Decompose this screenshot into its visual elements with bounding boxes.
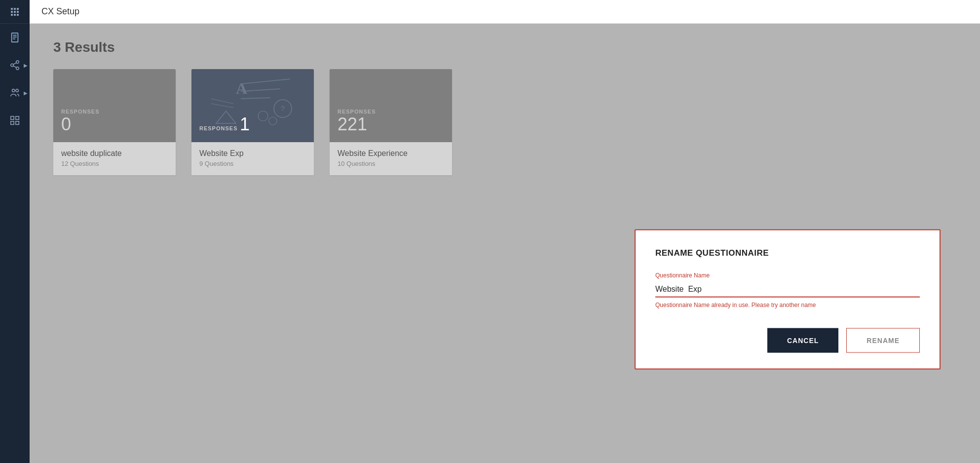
svg-point-6	[16, 67, 19, 70]
sidebar-item-share[interactable]: ▶	[0, 51, 30, 79]
sidebar: ▶ ▶	[0, 0, 30, 463]
rename-button[interactable]: RENAME	[846, 328, 920, 353]
responses-label-2: RESPONSES	[199, 125, 237, 131]
svg-rect-13	[11, 121, 14, 124]
grid-icon[interactable]	[11, 8, 19, 16]
rename-dialog: RENAME QUESTIONNAIRE Questionnaire Name …	[635, 230, 941, 370]
svg-rect-0	[12, 33, 18, 42]
questionnaire-name-input[interactable]	[655, 282, 920, 298]
main-area: CX Setup 3 Results RESPONSES 0 website d…	[30, 0, 980, 463]
modal-overlay: RENAME QUESTIONNAIRE Questionnaire Name …	[30, 24, 980, 463]
sidebar-item-team[interactable]: ▶	[0, 79, 30, 107]
svg-point-9	[12, 89, 15, 92]
top-header: CX Setup	[30, 0, 980, 24]
arrow-icon: ▶	[24, 63, 28, 68]
svg-rect-12	[16, 116, 19, 119]
svg-rect-11	[11, 116, 14, 119]
content-area: 3 Results RESPONSES 0 website duplicate …	[30, 24, 980, 463]
form-group: Questionnaire Name Questionnaire Name al…	[655, 272, 920, 309]
dialog-title: RENAME QUESTIONNAIRE	[655, 248, 920, 258]
sidebar-item-surveys[interactable]	[0, 24, 30, 51]
sidebar-item-widgets[interactable]	[0, 107, 30, 134]
form-error-message: Questionnaire Name already in use. Pleas…	[655, 302, 920, 309]
cancel-button[interactable]: CANCEL	[767, 328, 838, 353]
dialog-actions: CANCEL RENAME	[655, 328, 920, 353]
arrow-icon-2: ▶	[24, 90, 28, 96]
svg-point-5	[11, 64, 14, 67]
svg-point-4	[16, 61, 19, 63]
svg-line-7	[13, 66, 16, 68]
questionnaire-name-label: Questionnaire Name	[655, 272, 920, 279]
svg-rect-14	[16, 121, 19, 124]
sidebar-top-bar	[0, 0, 30, 24]
app-title: CX Setup	[41, 6, 79, 17]
responses-count-2: 1	[240, 114, 250, 134]
svg-point-10	[16, 89, 19, 92]
svg-line-8	[13, 63, 16, 65]
